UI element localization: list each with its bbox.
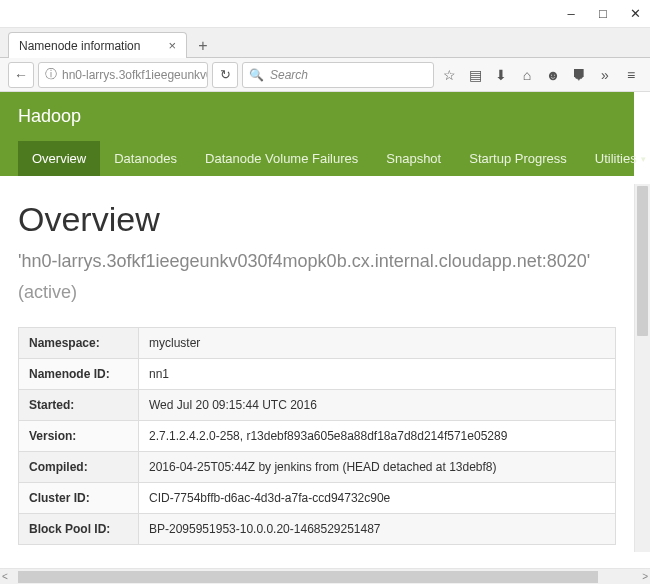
tab-overview[interactable]: Overview	[18, 141, 100, 176]
arrow-left-icon: ←	[14, 67, 28, 83]
bookmark-star-icon[interactable]: ☆	[438, 64, 460, 86]
page-content: Hadoop Overview Datanodes Datanode Volum…	[0, 92, 634, 568]
cell-key: Block Pool ID:	[19, 514, 139, 545]
hadoop-header: Hadoop Overview Datanodes Datanode Volum…	[0, 92, 634, 176]
namenode-host: 'hn0-larrys.3ofkf1ieegeunkv030f4mopk0b.c…	[18, 249, 616, 274]
reading-list-icon[interactable]: ▤	[464, 64, 486, 86]
maximize-button[interactable]: □	[596, 7, 610, 21]
close-button[interactable]: ✕	[628, 7, 642, 21]
vertical-scrollbar[interactable]	[634, 184, 650, 552]
hadoop-brand: Hadoop	[18, 106, 616, 127]
info-icon: ⓘ	[45, 66, 57, 83]
table-row: Cluster ID: CID-7754bffb-d6ac-4d3d-a7fa-…	[19, 483, 616, 514]
scroll-right-icon[interactable]: >	[642, 571, 648, 582]
new-tab-button[interactable]: +	[191, 35, 215, 57]
table-row: Namenode ID: nn1	[19, 359, 616, 390]
window-titlebar: – □ ✕	[0, 0, 650, 28]
pocket-icon[interactable]: ⛊	[568, 64, 590, 86]
horizontal-scrollbar[interactable]: < >	[0, 568, 650, 584]
search-icon: 🔍	[249, 68, 264, 82]
table-row: Version: 2.7.1.2.4.2.0-258, r13debf893a6…	[19, 421, 616, 452]
cell-value: mycluster	[139, 328, 616, 359]
chevron-down-icon: ▾	[641, 154, 646, 164]
cell-value: CID-7754bffb-d6ac-4d3d-a7fa-ccd94732c90e	[139, 483, 616, 514]
browser-tab[interactable]: Namenode information ×	[8, 32, 187, 58]
tab-volume-failures[interactable]: Datanode Volume Failures	[191, 141, 372, 176]
namenode-status: (active)	[18, 282, 616, 303]
scroll-thumb[interactable]	[637, 186, 648, 336]
tab-startup-progress[interactable]: Startup Progress	[455, 141, 581, 176]
minimize-button[interactable]: –	[564, 7, 578, 21]
table-row: Started: Wed Jul 20 09:15:44 UTC 2016	[19, 390, 616, 421]
cell-value: nn1	[139, 359, 616, 390]
info-table: Namespace: mycluster Namenode ID: nn1 St…	[18, 327, 616, 545]
tab-close-icon[interactable]: ×	[168, 38, 176, 53]
cell-key: Namenode ID:	[19, 359, 139, 390]
menu-icon[interactable]: ≡	[620, 64, 642, 86]
reload-button[interactable]: ↻	[212, 62, 238, 88]
url-bar[interactable]: ⓘ hn0-larrys.3ofkf1ieegeunkv030f	[38, 62, 208, 88]
cell-key: Started:	[19, 390, 139, 421]
cell-value: Wed Jul 20 09:15:44 UTC 2016	[139, 390, 616, 421]
table-row: Block Pool ID: BP-2095951953-10.0.0.20-1…	[19, 514, 616, 545]
search-bar[interactable]: 🔍 Search	[242, 62, 434, 88]
table-row: Namespace: mycluster	[19, 328, 616, 359]
cell-key: Cluster ID:	[19, 483, 139, 514]
scroll-left-icon[interactable]: <	[2, 571, 8, 582]
tab-title: Namenode information	[19, 39, 140, 53]
page-title: Overview	[18, 200, 616, 239]
cell-value: 2016-04-25T05:44Z by jenkins from (HEAD …	[139, 452, 616, 483]
hadoop-nav: Overview Datanodes Datanode Volume Failu…	[18, 141, 616, 176]
cell-value: 2.7.1.2.4.2.0-258, r13debf893a605e8a88df…	[139, 421, 616, 452]
browser-toolbar: ← ⓘ hn0-larrys.3ofkf1ieegeunkv030f ↻ 🔍 S…	[0, 58, 650, 92]
page-viewport: Hadoop Overview Datanodes Datanode Volum…	[0, 92, 650, 568]
reload-icon: ↻	[220, 67, 231, 82]
overflow-icon[interactable]: »	[594, 64, 616, 86]
tab-datanodes[interactable]: Datanodes	[100, 141, 191, 176]
scroll-thumb[interactable]	[18, 571, 598, 583]
back-button[interactable]: ←	[8, 62, 34, 88]
cell-key: Namespace:	[19, 328, 139, 359]
url-text: hn0-larrys.3ofkf1ieegeunkv030f	[62, 68, 208, 82]
cell-value: BP-2095951953-10.0.0.20-1468529251487	[139, 514, 616, 545]
cell-key: Compiled:	[19, 452, 139, 483]
tab-utilities[interactable]: Utilities▾	[581, 141, 650, 176]
downloads-icon[interactable]: ⬇	[490, 64, 512, 86]
overview-section: Overview 'hn0-larrys.3ofkf1ieegeunkv030f…	[0, 176, 634, 568]
home-icon[interactable]: ⌂	[516, 64, 538, 86]
search-placeholder: Search	[270, 68, 308, 82]
browser-tabbar: Namenode information × +	[0, 28, 650, 58]
tab-snapshot[interactable]: Snapshot	[372, 141, 455, 176]
table-row: Compiled: 2016-04-25T05:44Z by jenkins f…	[19, 452, 616, 483]
face-icon[interactable]: ☻	[542, 64, 564, 86]
cell-key: Version:	[19, 421, 139, 452]
